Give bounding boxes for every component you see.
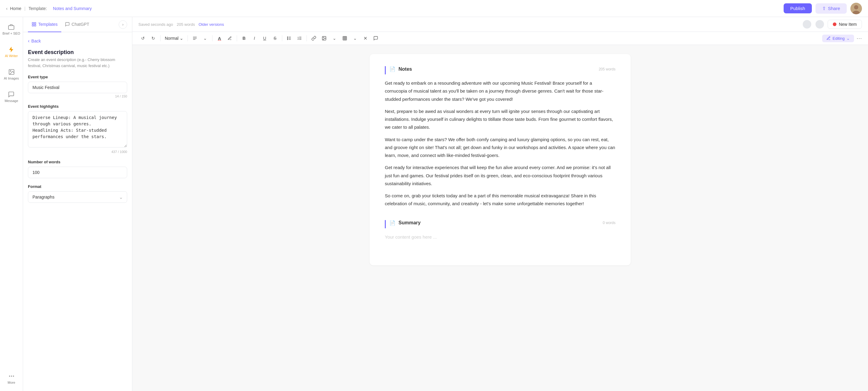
notes-paragraph-5[interactable]: So come on, grab your tickets today and … xyxy=(385,192,616,208)
older-versions-link[interactable]: Older versions xyxy=(198,22,224,27)
image-dropdown-button[interactable]: ⌄ xyxy=(330,34,339,43)
sidebar-item-more[interactable]: More xyxy=(5,371,18,386)
notes-word-count: 205 words xyxy=(599,67,616,71)
sidebar-item-brief-seo[interactable]: Brief + SEO xyxy=(0,22,23,37)
image-icon xyxy=(8,69,15,75)
redo-button[interactable]: ↻ xyxy=(149,34,158,43)
notes-paragraph-1[interactable]: Get ready to embark on a resounding adve… xyxy=(385,79,616,103)
align-icon xyxy=(192,36,197,41)
editor-top-right: New Item xyxy=(802,20,862,29)
notes-paragraph-4[interactable]: Get ready for interactive experiences th… xyxy=(385,163,616,188)
underline-button[interactable]: U xyxy=(260,34,269,43)
event-type-count: 14 / 150 xyxy=(28,94,127,98)
summary-section-icon: 📄 xyxy=(390,220,396,226)
doc-status: Saved seconds ago 205 words Older versio… xyxy=(138,22,224,27)
num-words-label: Number of words xyxy=(28,160,127,164)
format-field: Format Paragraphs Bullet Points Numbered… xyxy=(28,184,127,203)
breadcrumb: ‹ Home | Template: Notes and Summary xyxy=(6,6,92,11)
panel-body: ‹ Back Event description Create an event… xyxy=(23,32,132,391)
format-select[interactable]: Paragraphs Bullet Points Numbered List xyxy=(28,191,127,203)
svg-rect-3 xyxy=(8,26,14,29)
undo-button[interactable]: ↺ xyxy=(138,34,148,43)
event-section-desc: Create an event description (e.g.- Cherr… xyxy=(28,57,127,69)
event-highlights-textarea[interactable]: Diverse Lineup: A musical journey throug… xyxy=(28,111,127,148)
back-button[interactable]: ‹ Back xyxy=(28,38,127,44)
template-name: Notes and Summary xyxy=(53,6,92,11)
event-highlights-label: Event highlights xyxy=(28,104,127,109)
clear-format-button[interactable] xyxy=(361,34,370,43)
summary-word-count: 0 words xyxy=(603,221,616,225)
comment-button[interactable] xyxy=(371,34,380,43)
editing-mode-button[interactable]: Editing ⌄ xyxy=(822,35,854,42)
panel: Templates ChatGPT › ‹ Back Event descrip… xyxy=(23,17,132,391)
table-icon xyxy=(342,36,347,41)
link-icon xyxy=(311,36,316,41)
align-dropdown-button[interactable]: ⌄ xyxy=(200,34,210,43)
numbered-list-button[interactable] xyxy=(295,34,304,43)
comment-icon xyxy=(373,36,378,41)
bullet-list-button[interactable] xyxy=(285,34,294,43)
sidebar-item-ai-images[interactable]: AI Images xyxy=(2,67,22,82)
tab-templates[interactable]: Templates xyxy=(28,17,61,32)
chevron-down-icon: ⌄ xyxy=(180,36,183,41)
breadcrumb-separator: | xyxy=(24,6,26,11)
briefcase-icon xyxy=(8,24,14,30)
summary-section: 📄 Summary 0 words Your content goes here… xyxy=(385,220,616,241)
svg-point-5 xyxy=(10,70,11,71)
sidebar-label-message: Message xyxy=(5,99,18,102)
lightning-icon xyxy=(8,46,14,53)
new-item-dot xyxy=(833,23,836,26)
svg-point-21 xyxy=(287,39,288,40)
format-select-wrapper: Paragraphs Bullet Points Numbered List ⌄ xyxy=(28,191,127,203)
panel-collapse-button[interactable]: › xyxy=(119,20,127,29)
avatar[interactable] xyxy=(850,3,862,14)
svg-point-7 xyxy=(11,375,12,377)
notes-section-header: 📄 Notes 205 words xyxy=(385,66,616,74)
image-button[interactable] xyxy=(319,34,329,43)
notes-paragraph-2[interactable]: Next, prepare to be awed as visual wonde… xyxy=(385,108,616,131)
chat-icon xyxy=(8,91,14,98)
event-highlights-count: 437 / 1000 xyxy=(28,150,127,154)
tab-chatgpt[interactable]: ChatGPT xyxy=(61,17,93,32)
editor-status-bar: Saved seconds ago 205 words Older versio… xyxy=(132,17,868,32)
notes-section-icon: 📄 xyxy=(390,66,396,72)
numbered-list-icon xyxy=(297,36,302,41)
align-button[interactable] xyxy=(190,34,199,43)
sidebar-label-more: More xyxy=(8,381,15,384)
notes-paragraph-3[interactable]: Want to camp under the stars? We offer b… xyxy=(385,136,616,160)
toolbar-separator-6 xyxy=(307,35,307,41)
event-type-input[interactable] xyxy=(28,82,127,93)
new-item-button[interactable]: New Item xyxy=(828,20,862,29)
edit-icon xyxy=(827,36,831,40)
svg-rect-11 xyxy=(34,25,36,26)
text-style-selector[interactable]: Normal ⌄ xyxy=(163,35,185,42)
publish-button[interactable]: Publish xyxy=(784,3,812,13)
table-button[interactable] xyxy=(340,34,349,43)
svg-rect-27 xyxy=(343,36,347,40)
table-dropdown-button[interactable]: ⌄ xyxy=(350,34,360,43)
svg-point-8 xyxy=(13,375,14,377)
word-count: 205 words xyxy=(177,22,195,27)
sidebar-item-ai-writer[interactable]: AI Writer xyxy=(2,44,20,60)
event-type-label: Event type xyxy=(28,75,127,79)
bullet-list-icon xyxy=(287,36,292,41)
sidebar-item-message[interactable]: Message xyxy=(2,89,21,104)
strikethrough-button[interactable]: S xyxy=(271,34,280,43)
highlight-button[interactable] xyxy=(225,34,234,43)
home-link[interactable]: Home xyxy=(10,6,21,11)
sidebar-label-ai-images: AI Images xyxy=(4,77,19,80)
editor-document: 📄 Notes 205 words Get ready to embark on… xyxy=(370,54,631,265)
image-toolbar-icon xyxy=(322,36,327,41)
share-button[interactable]: ⇧ Share xyxy=(815,3,847,14)
num-words-input[interactable] xyxy=(28,167,127,178)
link-button[interactable] xyxy=(309,34,318,43)
italic-button[interactable]: I xyxy=(250,34,259,43)
saved-status: Saved seconds ago xyxy=(138,22,173,27)
bold-button[interactable]: B xyxy=(240,34,249,43)
text-color-button[interactable]: A xyxy=(215,34,224,43)
icon-sidebar: Brief + SEO AI Writer AI Images Message xyxy=(0,17,23,391)
summary-placeholder[interactable]: Your content goes here ... xyxy=(385,233,616,241)
more-options-button[interactable]: ⋯ xyxy=(857,35,862,41)
toolbar-separator-5 xyxy=(282,35,282,41)
top-bar-actions: Publish ⇧ Share xyxy=(784,3,862,14)
